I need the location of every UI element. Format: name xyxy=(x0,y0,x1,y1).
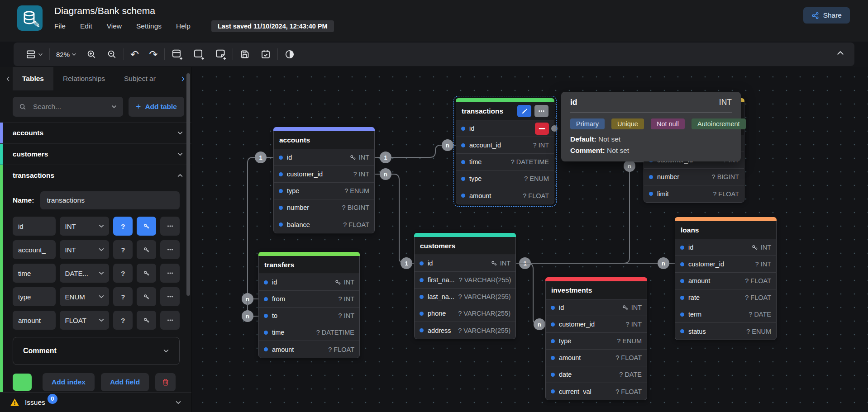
add-table-icon[interactable] xyxy=(171,48,183,60)
caret-down-icon[interactable] xyxy=(111,104,117,109)
relationship-line[interactable] xyxy=(375,174,414,263)
table-field-row[interactable]: time? DATETIME xyxy=(456,154,554,170)
add-note-icon[interactable] xyxy=(215,48,226,60)
table-field-row[interactable]: customer_id? INT xyxy=(675,256,776,273)
table-field-row[interactable]: limit? FLOAT xyxy=(644,185,744,202)
relationship-line[interactable] xyxy=(516,263,545,324)
zoom-out-icon[interactable] xyxy=(107,49,117,60)
primary-key-button[interactable] xyxy=(137,264,156,283)
table-field-row[interactable]: idINT xyxy=(259,274,359,291)
field-type-select[interactable]: DATE... xyxy=(60,264,110,283)
field-name-input[interactable]: time xyxy=(13,264,56,283)
table-field-row[interactable]: idINT xyxy=(415,255,515,272)
table-field-row[interactable]: term? DATE xyxy=(675,306,776,323)
redo-icon[interactable]: ↷ xyxy=(149,49,157,59)
table-field-row[interactable]: balance? FLOAT xyxy=(274,216,374,233)
theme-contrast-icon[interactable] xyxy=(284,49,295,60)
table-field-row[interactable]: id xyxy=(456,120,554,137)
tab-subject-ar[interactable]: Subject ar xyxy=(114,67,165,90)
primary-key-button[interactable] xyxy=(137,311,156,330)
add-area-icon[interactable] xyxy=(193,48,205,60)
search-input[interactable]: Search... xyxy=(13,97,123,117)
field-name-input[interactable]: type xyxy=(13,287,56,306)
save-icon[interactable] xyxy=(239,49,250,60)
todo-icon[interactable] xyxy=(260,49,271,60)
add-index-button[interactable]: Add index xyxy=(43,373,95,391)
table-field-row[interactable]: customer_id? INT xyxy=(546,316,647,333)
nullable-toggle-button[interactable]: ? xyxy=(113,287,133,306)
table-field-row[interactable]: idINT xyxy=(546,299,647,316)
menu-edit[interactable]: Edit xyxy=(80,22,92,30)
table-field-row[interactable]: idINT xyxy=(274,149,374,166)
canvas-table-transfers[interactable]: transfersidINTfrom? INTto? INTtime? DATE… xyxy=(258,252,360,358)
table-field-row[interactable]: time? DATETIME xyxy=(259,324,359,341)
delete-field-button[interactable] xyxy=(535,123,549,135)
sidebar-item-customers[interactable]: customers xyxy=(0,144,191,165)
table-field-row[interactable]: first_na...? VARCHAR(255) xyxy=(415,272,515,289)
table-field-row[interactable]: from? INT xyxy=(259,291,359,308)
table-field-row[interactable]: amount? FLOAT xyxy=(546,350,647,366)
delete-table-button[interactable] xyxy=(155,373,176,391)
table-field-row[interactable]: amount? FLOAT xyxy=(259,341,359,358)
menu-settings[interactable]: Settings xyxy=(136,22,162,30)
table-field-row[interactable]: account_id? INT xyxy=(456,137,554,154)
field-name-input[interactable]: account_ xyxy=(13,240,56,259)
table-header[interactable]: accounts xyxy=(274,131,374,149)
table-field-row[interactable]: amount? FLOAT xyxy=(675,273,776,289)
chevron-up-icon[interactable] xyxy=(177,172,183,179)
canvas-table-customers[interactable]: customersidINTfirst_na...? VARCHAR(255)l… xyxy=(414,233,516,339)
field-more-button[interactable] xyxy=(160,217,180,236)
field-more-button[interactable] xyxy=(160,287,180,306)
field-name-input[interactable]: amount xyxy=(13,311,56,330)
zoom-in-icon[interactable] xyxy=(86,49,97,60)
table-field-row[interactable]: type? ENUM xyxy=(546,333,647,350)
canvas-table-loans[interactable]: loansidINTcustomer_id? INTamount? FLOATr… xyxy=(675,217,777,340)
table-color-swatch[interactable] xyxy=(13,374,32,391)
nullable-toggle-button[interactable]: ? xyxy=(113,264,133,283)
menu-view[interactable]: View xyxy=(107,22,122,30)
table-header[interactable]: transactions xyxy=(456,102,554,120)
collapse-toolbar-icon[interactable] xyxy=(836,49,844,59)
table-field-row[interactable]: number? BIGINT xyxy=(274,199,374,216)
table-field-row[interactable]: last_na...? VARCHAR(255) xyxy=(415,289,515,305)
nullable-toggle-button[interactable]: ? xyxy=(113,240,133,259)
nullable-toggle-button[interactable]: ? xyxy=(113,217,133,236)
table-field-row[interactable]: date? DATE xyxy=(546,366,647,383)
tab-relationships[interactable]: Relationships xyxy=(53,67,114,90)
field-type-select[interactable]: FLOAT xyxy=(60,311,110,330)
diagram-layout-icon[interactable] xyxy=(25,49,43,60)
table-more-button[interactable] xyxy=(534,105,548,117)
table-field-row[interactable]: phone? VARCHAR(255) xyxy=(415,305,515,322)
canvas-table-transactions[interactable]: transactionsidaccount_id? INTtime? DATET… xyxy=(456,98,554,204)
table-field-row[interactable]: amount? FLOAT xyxy=(456,187,554,204)
caret-down-icon[interactable] xyxy=(175,399,181,406)
diagram-canvas[interactable]: 1nn1nn11nnn accountsidINTcustomer_id? IN… xyxy=(192,67,868,412)
app-logo[interactable]: ✎ xyxy=(17,5,43,31)
table-header[interactable]: investments xyxy=(546,281,647,299)
undo-icon[interactable]: ↶ xyxy=(130,49,139,59)
primary-key-button[interactable] xyxy=(137,240,156,259)
tabs-scroll-left-icon[interactable] xyxy=(3,76,13,82)
connection-handle[interactable] xyxy=(550,124,558,133)
table-field-row[interactable]: rate? FLOAT xyxy=(675,289,776,306)
share-button[interactable]: Share xyxy=(803,7,850,24)
document-title[interactable]: Diagrams/Bank schema xyxy=(54,5,334,16)
field-more-button[interactable] xyxy=(160,264,180,283)
table-field-row[interactable]: idINT xyxy=(675,239,776,256)
menu-help[interactable]: Help xyxy=(176,22,191,30)
nullable-toggle-button[interactable]: ? xyxy=(113,311,133,330)
zoom-level-select[interactable]: 82% xyxy=(56,51,76,58)
field-type-select[interactable]: INT xyxy=(60,217,110,236)
table-field-row[interactable]: customer_id? INT xyxy=(274,166,374,183)
table-header[interactable]: loans xyxy=(675,221,776,239)
add-field-button[interactable]: Add field xyxy=(101,373,149,391)
sidebar-item-accounts[interactable]: accounts xyxy=(0,123,191,143)
field-more-button[interactable] xyxy=(160,311,180,330)
chevron-down-icon[interactable] xyxy=(177,151,183,157)
table-header[interactable]: transfers xyxy=(259,256,359,274)
sidebar-scrollbar[interactable] xyxy=(186,73,190,296)
field-name-input[interactable]: id xyxy=(13,217,56,236)
field-type-select[interactable]: ENUM xyxy=(60,287,110,306)
table-field-row[interactable]: to? INT xyxy=(259,308,359,324)
primary-key-button[interactable] xyxy=(137,217,156,236)
